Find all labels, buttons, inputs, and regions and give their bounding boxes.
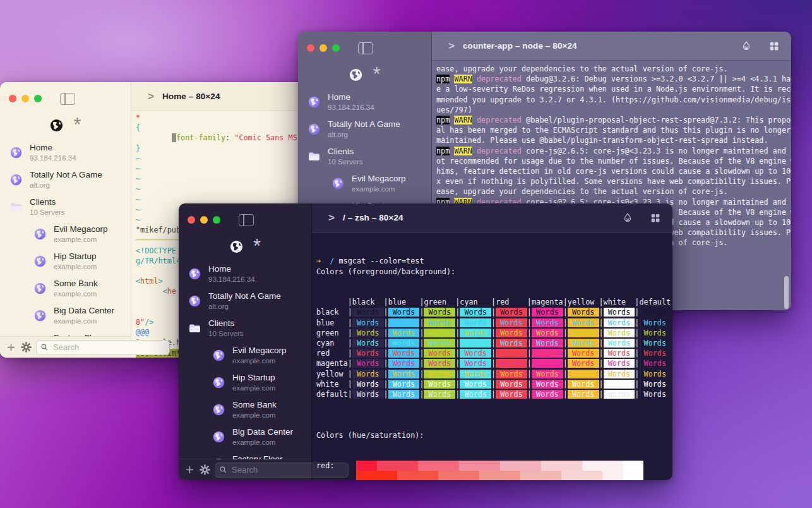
globe-icon[interactable] bbox=[349, 68, 363, 82]
window-titlebar[interactable]: > / – zsh – 80×24 bbox=[312, 203, 672, 233]
globe-icon bbox=[307, 123, 321, 136]
globe-icon bbox=[331, 177, 345, 190]
globe-icon bbox=[212, 430, 225, 444]
theme-droplet-icon[interactable] bbox=[741, 40, 752, 52]
prompt-icon: > bbox=[448, 40, 455, 52]
sidebar-item-clients[interactable]: Clients10 Servers bbox=[0, 193, 131, 221]
terminal-line: e a low-severity ReDos regression when u… bbox=[436, 84, 791, 94]
server-detail: example.com bbox=[232, 356, 287, 365]
traffic-lights bbox=[9, 95, 42, 102]
scrollbar[interactable] bbox=[784, 276, 789, 309]
server-name: Some Bank bbox=[232, 400, 277, 411]
server-name: Totally Not A Game bbox=[208, 291, 281, 302]
sidebar-item-hip-startup[interactable]: Hip Startupexample.com bbox=[0, 248, 131, 275]
sidebar-item-totally-not-a-game[interactable]: Totally Not A Gamealt.org bbox=[179, 287, 311, 315]
sidebar-item-totally-not-a-game[interactable]: Totally Not A Gamealt.org bbox=[0, 166, 131, 193]
server-name: Big Data Center bbox=[232, 427, 293, 438]
sidebar-item-evil-megacorp[interactable]: Evil Megacorpexample.com bbox=[179, 342, 311, 369]
sidebar-item-home[interactable]: Home93.184.216.34 bbox=[179, 260, 311, 287]
prompt-icon: > bbox=[328, 212, 335, 224]
terminal-line: npm WARN deprecated core-js@2.6.5: core-… bbox=[436, 146, 791, 156]
zoom-button[interactable] bbox=[213, 216, 220, 224]
server-detail: 93.184.216.34 bbox=[208, 275, 255, 284]
sidebar-item-factory-floor[interactable]: Factory Floorexample.com bbox=[179, 451, 311, 459]
sidebar-header-icons: * bbox=[298, 32, 431, 84]
search-input[interactable] bbox=[52, 342, 165, 353]
sidebar-item-hip-startup[interactable]: Hip Startupexample.com bbox=[179, 369, 311, 396]
sidebar-item-totally-not-a-game[interactable]: Totally Not A Gamealt.org bbox=[298, 116, 431, 143]
sidebar-item-evil-megacorp[interactable]: Evil Megacorpexample.com bbox=[0, 221, 131, 248]
close-button[interactable] bbox=[307, 44, 314, 52]
search-field[interactable] bbox=[215, 463, 349, 478]
color-table-row: black | Words | Words | Words | Words | … bbox=[316, 307, 672, 317]
server-name: Evil Megacorp bbox=[54, 224, 108, 235]
zsh-terminal-output[interactable]: ➜ / msgcat --color=testColors (foregroun… bbox=[312, 233, 672, 480]
globe-icon[interactable] bbox=[229, 239, 244, 254]
sidebar-item-big-data-center[interactable]: Big Data Centerexample.com bbox=[0, 302, 131, 329]
server-detail: example.com bbox=[232, 411, 277, 420]
globe-icon bbox=[307, 95, 321, 109]
globe-icon bbox=[212, 403, 225, 416]
terminal-line: npm WARN deprecated @babel/plugin-propos… bbox=[436, 115, 791, 125]
server-sidebar: * Home93.184.216.34Totally Not A Gamealt… bbox=[179, 203, 312, 480]
asterisk-icon[interactable]: * bbox=[373, 68, 380, 81]
sidebar-item-clients[interactable]: Clients10 Servers bbox=[298, 143, 431, 170]
terminal-line: x even if nothing is polyfilled. Some ve… bbox=[436, 176, 791, 186]
theme-droplet-icon[interactable] bbox=[622, 212, 633, 224]
close-button[interactable] bbox=[9, 95, 16, 102]
sidebar-item-home[interactable]: Home93.184.216.34 bbox=[298, 88, 431, 116]
server-name: Totally Not A Game bbox=[328, 119, 400, 130]
gear-icon[interactable] bbox=[21, 342, 32, 353]
minimize-button[interactable] bbox=[319, 44, 327, 52]
search-field[interactable] bbox=[36, 340, 170, 355]
globe-icon bbox=[33, 282, 47, 295]
sidebar-toolbar bbox=[0, 336, 131, 358]
server-name: Clients bbox=[328, 147, 363, 157]
server-name: Evil Megacorp bbox=[352, 174, 406, 184]
color-table-row: green | Words | Words | Words | Words | … bbox=[316, 328, 672, 338]
window-zsh: * Home93.184.216.34Totally Not A Gamealt… bbox=[179, 203, 672, 480]
minimize-button[interactable] bbox=[21, 95, 29, 102]
server-name: Home bbox=[328, 92, 374, 103]
sidebar-toggle-icon[interactable] bbox=[358, 42, 373, 54]
terminal-line: ues/797) bbox=[436, 105, 791, 115]
sidebar-item-some-bank[interactable]: Some Bankexample.com bbox=[0, 275, 131, 302]
window-titlebar[interactable]: > counter-app – node – 80×24 bbox=[432, 32, 791, 61]
tile-windows-icon[interactable] bbox=[650, 212, 661, 224]
minimize-button[interactable] bbox=[200, 216, 208, 224]
server-detail: 10 Servers bbox=[328, 157, 363, 166]
folder-icon bbox=[307, 150, 321, 163]
add-server-button[interactable] bbox=[6, 342, 16, 353]
asterisk-icon[interactable]: * bbox=[253, 240, 261, 253]
add-server-button[interactable] bbox=[184, 464, 195, 475]
close-button[interactable] bbox=[188, 216, 195, 224]
server-detail: alt.org bbox=[30, 181, 102, 190]
search-input[interactable] bbox=[230, 464, 344, 475]
sidebar-item-clients[interactable]: Clients10 Servers bbox=[179, 315, 311, 342]
globe-icon[interactable] bbox=[49, 118, 64, 133]
server-name: Hip Startup bbox=[232, 373, 275, 384]
zoom-button[interactable] bbox=[34, 95, 42, 102]
sidebar-item-home[interactable]: Home93.184.216.34 bbox=[0, 139, 131, 166]
window-title: counter-app – node – 80×24 bbox=[463, 41, 577, 51]
server-name: Big Data Center bbox=[54, 306, 114, 317]
sidebar-item-evil-megacorp[interactable]: Evil Megacorpexample.com bbox=[298, 170, 431, 197]
gear-icon[interactable] bbox=[200, 464, 210, 475]
sidebar-item-big-data-center[interactable]: Big Data Centerexample.com bbox=[179, 423, 311, 451]
server-sidebar: * Home93.184.216.34Totally Not A Gamealt… bbox=[0, 82, 131, 358]
server-name: Hip Startup bbox=[54, 251, 97, 262]
terminal-line: ➜ / msgcat --color=test bbox=[316, 256, 672, 266]
server-detail: example.com bbox=[54, 317, 114, 325]
zoom-button[interactable] bbox=[332, 44, 340, 52]
sidebar-toggle-icon[interactable] bbox=[60, 93, 75, 105]
traffic-lights bbox=[307, 44, 340, 52]
globe-icon bbox=[33, 227, 47, 241]
server-name: Totally Not A Game bbox=[30, 170, 102, 181]
folder-icon bbox=[9, 200, 23, 214]
sidebar-item-some-bank[interactable]: Some Bankexample.com bbox=[179, 396, 311, 423]
tile-windows-icon[interactable] bbox=[768, 40, 780, 52]
asterisk-icon[interactable]: * bbox=[73, 119, 81, 131]
sidebar-toggle-icon[interactable] bbox=[239, 214, 254, 226]
search-icon bbox=[40, 343, 49, 351]
server-name: Clients bbox=[30, 197, 65, 208]
